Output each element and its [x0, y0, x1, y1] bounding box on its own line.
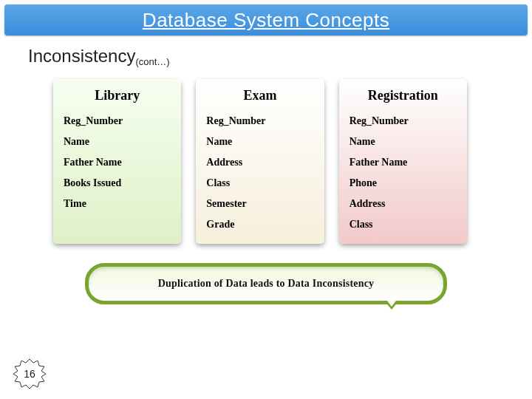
table-row: Phone	[348, 173, 458, 194]
callout-text: Duplication of Data leads to Data Incons…	[158, 278, 375, 290]
table-registration-title: Registration	[348, 85, 458, 111]
table-row: Address	[348, 194, 458, 214]
table-exam-title: Exam	[205, 85, 315, 111]
table-row: Time	[62, 194, 172, 214]
table-row: Father Name	[62, 152, 172, 173]
page-number: 16	[24, 368, 35, 380]
table-exam: Exam Reg_Number Name Address Class Semes…	[196, 79, 324, 244]
table-row: Books Issued	[62, 173, 172, 194]
table-registration: Registration Reg_Number Name Father Name…	[339, 79, 467, 244]
table-row: Address	[205, 152, 315, 173]
table-library: Library Reg_Number Name Father Name Book…	[53, 79, 181, 244]
table-row: Class	[348, 214, 458, 235]
table-row: Reg_Number	[348, 111, 458, 132]
slide-subtitle: Inconsistency(cont…)	[28, 46, 532, 67]
table-row: Reg_Number	[62, 111, 172, 132]
table-row: Name	[205, 132, 315, 152]
table-row: Name	[348, 132, 458, 152]
tables-row: Library Reg_Number Name Father Name Book…	[53, 79, 467, 244]
title-bar: Database System Concepts	[4, 4, 528, 35]
callout: Duplication of Data leads to Data Incons…	[85, 263, 447, 304]
table-library-title: Library	[62, 85, 172, 111]
table-row: Father Name	[348, 152, 458, 173]
page-title: Database System Concepts	[143, 9, 389, 32]
table-row: Name	[62, 132, 172, 152]
page-number-badge: 16	[13, 359, 46, 389]
table-row: Grade	[205, 214, 315, 235]
subtitle-suffix: (cont…)	[135, 56, 169, 67]
subtitle-main: Inconsistency	[28, 46, 135, 66]
table-row: Reg_Number	[205, 111, 315, 132]
callout-pointer-icon	[384, 301, 399, 310]
table-row: Semester	[205, 194, 315, 214]
table-row: Class	[205, 173, 315, 194]
